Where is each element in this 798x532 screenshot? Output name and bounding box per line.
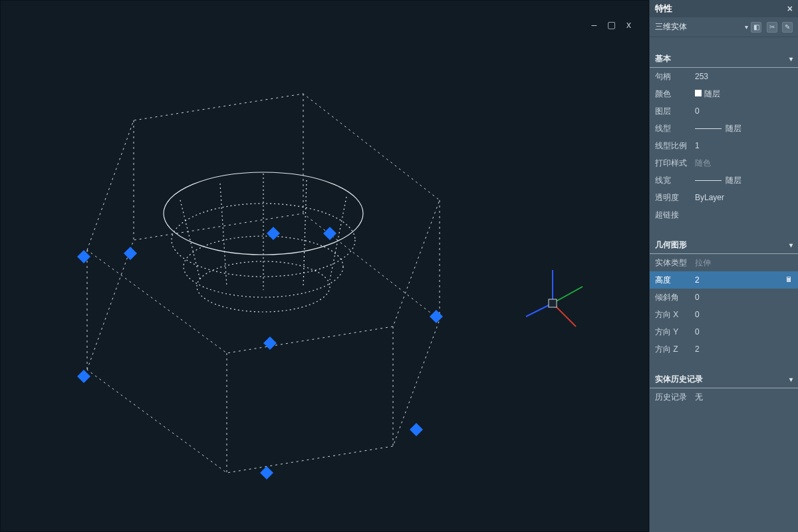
prop-solid-type[interactable]: 实体类型 拉伸 xyxy=(650,254,798,271)
svg-line-16 xyxy=(330,197,346,280)
prop-transparency[interactable]: 透明度 ByLayer xyxy=(650,189,798,206)
svg-marker-17 xyxy=(124,247,137,260)
prop-hyperlink[interactable]: 超链接 xyxy=(650,206,798,223)
chevron-down-icon: ▾ xyxy=(789,376,793,383)
section-geometry[interactable]: 几何图形 ▾ xyxy=(650,237,798,254)
prop-history[interactable]: 历史记录 无 xyxy=(650,388,798,406)
prop-handle[interactable]: 句柄 253 xyxy=(650,68,798,85)
prop-height[interactable]: 高度 2🖩 xyxy=(650,271,798,289)
svg-marker-24 xyxy=(77,250,90,263)
section-basic[interactable]: 基本 ▾ xyxy=(650,51,798,68)
prop-color[interactable]: 颜色 随层 xyxy=(650,85,798,102)
svg-marker-25 xyxy=(263,336,277,350)
prop-layer[interactable]: 图层 0 xyxy=(650,102,798,120)
calculator-icon[interactable]: 🖩 xyxy=(785,275,793,283)
section-history[interactable]: 实体历史记录 ▾ xyxy=(650,371,798,388)
svg-rect-30 xyxy=(549,299,557,307)
close-icon[interactable]: × xyxy=(787,3,793,14)
prop-dir-y[interactable]: 方向 Y 0 xyxy=(650,323,798,340)
quick-calc-icon[interactable]: ✎ xyxy=(782,22,793,33)
model-wireframe xyxy=(1,1,650,532)
chevron-down-icon: ▾ xyxy=(789,241,793,249)
object-type-label: 三维实体 xyxy=(655,21,687,33)
svg-marker-0 xyxy=(87,94,440,353)
svg-marker-23 xyxy=(77,370,90,383)
svg-marker-20 xyxy=(430,310,443,323)
properties-panel: 特性 × 三维实体 ▾ ◧ ✂ ✎ 基本 ▾ 句柄 253 颜色 随层 图层 0… xyxy=(649,0,798,532)
prop-taper[interactable]: 倾斜角 0 xyxy=(650,289,798,306)
toggle-pim-icon[interactable]: ◧ xyxy=(751,22,761,33)
prop-dir-z[interactable]: 方向 Z 2 xyxy=(650,340,798,358)
prop-lineweight[interactable]: 线宽 随层 xyxy=(650,172,798,189)
object-type-row: 三维实体 ▾ ◧ ✂ ✎ xyxy=(650,17,798,37)
svg-line-27 xyxy=(553,287,583,303)
svg-marker-18 xyxy=(267,227,280,240)
svg-marker-21 xyxy=(410,423,423,436)
viewport[interactable]: – ▢ x xyxy=(0,0,649,532)
object-type-select[interactable]: 三维实体 ▾ xyxy=(655,21,748,33)
panel-title: 特性 xyxy=(655,3,672,15)
chevron-down-icon: ▾ xyxy=(789,55,793,63)
panel-header[interactable]: 特性 × xyxy=(650,0,798,17)
svg-line-12 xyxy=(180,200,200,280)
svg-line-13 xyxy=(220,184,227,287)
svg-line-15 xyxy=(303,180,307,287)
svg-marker-22 xyxy=(260,466,273,479)
prop-ltscale[interactable]: 线型比例 1 xyxy=(650,137,798,154)
quick-select-icon[interactable]: ✂ xyxy=(767,22,777,33)
prop-dir-x[interactable]: 方向 X 0 xyxy=(650,306,798,323)
prop-linetype[interactable]: 线型 随层 xyxy=(650,120,798,137)
svg-marker-19 xyxy=(323,227,336,240)
prop-plotstyle[interactable]: 打印样式 随色 xyxy=(650,154,798,172)
ucs-gizmo xyxy=(526,270,583,327)
color-swatch-icon xyxy=(695,90,702,96)
